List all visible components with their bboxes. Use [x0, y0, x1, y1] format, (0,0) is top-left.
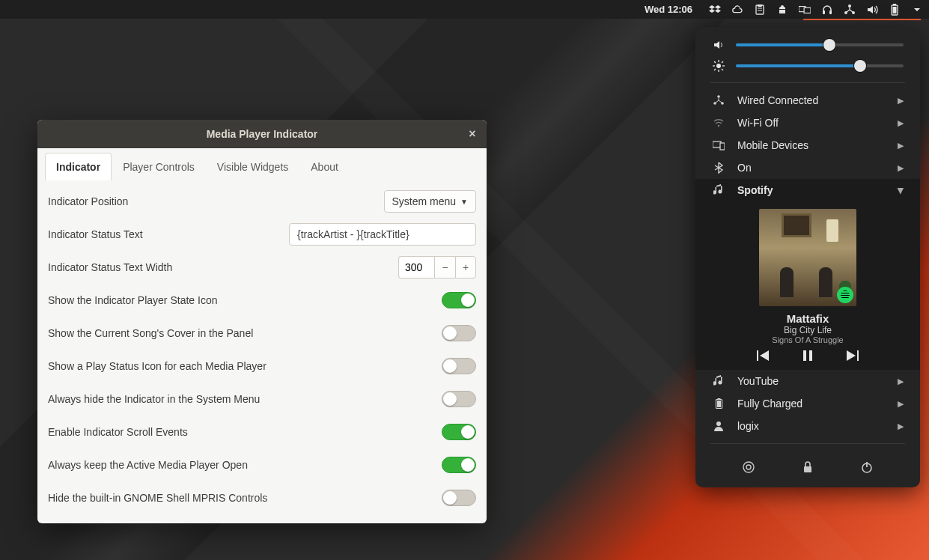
album-art	[759, 209, 856, 306]
tabstrip: Indicator Player Controls Visible Widget…	[37, 148, 487, 180]
chevron-right-icon: ▶	[898, 163, 904, 173]
battery-icon[interactable]	[889, 4, 901, 16]
svg-point-35	[743, 462, 754, 472]
volume-slider[interactable]	[736, 43, 904, 46]
svg-point-23	[717, 95, 720, 98]
toggle-label: Show the Current Song's Cover in the Pan…	[48, 327, 253, 339]
user-icon	[712, 420, 725, 432]
volume-slider-row	[695, 34, 920, 55]
menu-item-youtube[interactable]: YouTube ▶	[695, 370, 920, 392]
tab-visible-widgets[interactable]: Visible Widgets	[206, 153, 299, 180]
music-icon	[712, 375, 725, 387]
tab-indicator[interactable]: Indicator	[45, 153, 112, 180]
menu-item-bluetooth[interactable]: On ▶	[695, 156, 920, 179]
brightness-icon	[712, 60, 725, 72]
chevron-right-icon: ▶	[898, 399, 904, 409]
menu-item-wifi[interactable]: Wi-Fi Off ▶	[695, 112, 920, 134]
previous-button[interactable]	[757, 350, 769, 361]
titlebar[interactable]: Media Player Indicator ×	[37, 120, 487, 148]
lock-button[interactable]	[802, 460, 813, 474]
toggle-play-status-icon[interactable]	[442, 358, 476, 374]
system-menu: Wired Connected ▶ Wi-Fi Off ▶ Mobile Dev…	[695, 27, 920, 487]
headphones-icon[interactable]	[821, 4, 833, 16]
svg-line-22	[722, 61, 723, 63]
clipboard-icon[interactable]	[754, 4, 766, 16]
chevron-right-icon: ▶	[898, 141, 904, 150]
svg-rect-12	[893, 4, 896, 5]
menu-item-label: logix	[737, 420, 759, 432]
player-controls	[695, 350, 920, 361]
menu-item-mobile[interactable]: Mobile Devices ▶	[695, 134, 920, 156]
toggle-label: Enable Indicator Scroll Events	[48, 426, 188, 438]
track-title: Big City Life	[695, 325, 920, 335]
topbar-active-underline	[803, 19, 921, 20]
stepper-plus[interactable]: +	[455, 256, 476, 279]
network-icon[interactable]	[844, 4, 856, 16]
indicator-position-label: Indicator Position	[48, 195, 128, 207]
volume-icon[interactable]	[866, 4, 878, 16]
menu-item-battery[interactable]: Fully Charged ▶	[695, 392, 920, 415]
chevron-right-icon: ▶	[898, 96, 904, 106]
status-text-label: Indicator Status Text	[48, 228, 143, 240]
svg-rect-5	[804, 7, 811, 13]
toggle-hide-in-sysmenu[interactable]	[442, 391, 476, 407]
menu-item-label: Wired Connected	[737, 94, 818, 106]
dropdown-value: System menu	[392, 195, 457, 207]
toggle-keep-open[interactable]	[442, 457, 476, 473]
window-title: Media Player Indicator	[207, 128, 318, 140]
toggle-label: Show a Play Status Icon for each Media P…	[48, 360, 266, 372]
brightness-slider[interactable]	[736, 64, 904, 67]
toggle-player-state-icon[interactable]	[442, 292, 476, 308]
topbar: Wed 12:06	[0, 0, 929, 19]
music-icon	[712, 184, 725, 196]
dropbox-icon[interactable]	[709, 4, 721, 16]
svg-rect-27	[713, 141, 721, 147]
toggle-hide-mpris[interactable]	[442, 490, 476, 506]
svg-rect-6	[823, 10, 825, 14]
settings-button[interactable]	[742, 460, 755, 474]
next-button[interactable]	[847, 350, 859, 361]
svg-rect-33	[717, 401, 721, 407]
svg-rect-1	[758, 4, 762, 7]
chevron-right-icon: ▶	[898, 118, 904, 128]
status-width-input[interactable]	[398, 256, 434, 279]
caret-down-icon[interactable]	[911, 4, 923, 16]
svg-point-14	[716, 64, 721, 68]
menu-item-user[interactable]: logix ▶	[695, 415, 920, 437]
settings-window: Media Player Indicator × Indicator Playe…	[37, 120, 487, 523]
chef-icon[interactable]	[776, 4, 788, 16]
menu-item-spotify[interactable]: Spotify ▶	[695, 179, 920, 201]
svg-rect-28	[720, 143, 725, 150]
toggle-cover-in-panel[interactable]	[442, 325, 476, 341]
screens-icon[interactable]	[799, 4, 811, 16]
toggle-label: Always hide the Indicator in the System …	[48, 393, 260, 405]
separator	[710, 443, 905, 444]
form: Indicator Position System menu ▼ Indicat…	[37, 180, 487, 523]
status-text-input[interactable]	[289, 223, 476, 246]
tab-player-controls[interactable]: Player Controls	[112, 153, 206, 180]
player-panel: Mattafix Big City Life Signs Of A Strugg…	[695, 201, 920, 370]
volume-icon	[712, 39, 725, 51]
toggle-scroll-events[interactable]	[442, 424, 476, 440]
menu-item-label: On	[737, 162, 752, 174]
toggle-label: Show the Indicator Player State Icon	[48, 294, 217, 306]
chevron-down-icon: ▶	[896, 187, 906, 193]
network-wired-icon	[712, 94, 725, 106]
svg-rect-7	[829, 10, 832, 14]
tab-about[interactable]: About	[299, 153, 350, 180]
svg-rect-13	[893, 7, 897, 13]
indicator-position-dropdown[interactable]: System menu ▼	[384, 190, 477, 213]
power-button[interactable]	[860, 460, 874, 474]
menu-item-label: Wi-Fi Off	[737, 117, 779, 129]
svg-point-36	[746, 465, 751, 469]
close-icon[interactable]: ×	[466, 127, 479, 141]
toggle-label: Always keep the Active Media Player Open	[48, 459, 248, 471]
svg-rect-37	[804, 466, 811, 472]
sysmenu-footer	[695, 450, 920, 477]
status-width-stepper: − +	[398, 256, 476, 279]
pause-button[interactable]	[803, 350, 812, 361]
svg-line-21	[714, 69, 716, 70]
stepper-minus[interactable]: −	[434, 256, 455, 279]
cloud-icon[interactable]	[731, 4, 743, 16]
menu-item-wired[interactable]: Wired Connected ▶	[695, 89, 920, 112]
